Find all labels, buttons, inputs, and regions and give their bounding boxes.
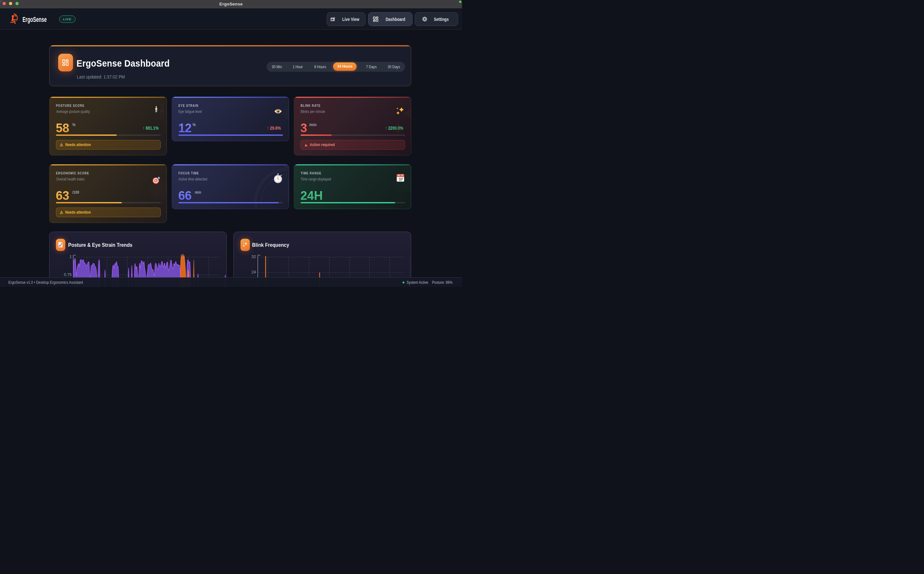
svg-text:JUL: JUL — [398, 175, 400, 176]
svg-text:17: 17 — [399, 177, 403, 181]
